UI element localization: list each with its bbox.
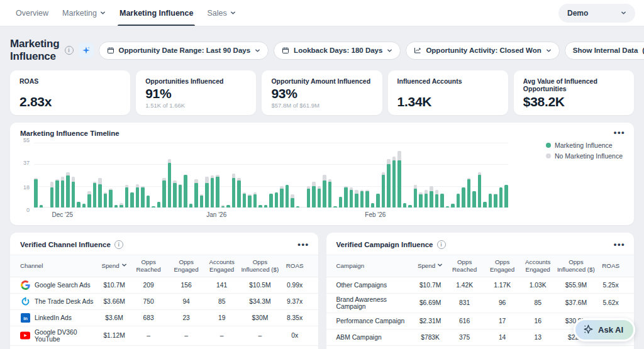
table-cell: 375 — [446, 331, 483, 343]
row-name-label: Brand Awareness Campaign — [336, 296, 414, 310]
table-cell: $10.5M — [238, 279, 282, 291]
filter-chip[interactable]: Show Internal Data(1)× — [565, 42, 644, 60]
ai-sparkle-icon[interactable] — [79, 43, 94, 58]
stacked-bar — [318, 143, 321, 208]
column-header-roas[interactable]: ROAS — [597, 259, 624, 273]
kpi-value: 1.34K — [397, 95, 499, 109]
row-name-cell: Google Search Ads — [20, 277, 99, 292]
stacked-bar — [87, 143, 91, 208]
row-name-cell: Google DV360 YouTube — [20, 326, 99, 345]
column-header-roas[interactable]: ROAS — [282, 259, 308, 273]
svg-text:in: in — [23, 315, 28, 321]
chevron-down-icon — [100, 10, 106, 16]
column-header-opps-influenced-[interactable]: Opps Influenced ($) — [238, 255, 282, 277]
column-header-campaign[interactable]: Campaign — [336, 259, 415, 273]
kpi-label: Opportunities Influenced — [145, 77, 247, 85]
chart-legend: Marketing InfluenceNo Marketing Influenc… — [546, 141, 623, 160]
stacked-bar — [360, 143, 364, 208]
column-header-label: Accounts Engaged — [523, 258, 553, 274]
stacked-bar — [414, 143, 418, 208]
column-header-label: Opps Engaged — [169, 258, 204, 274]
filter-chip[interactable]: Opportunity Activity: Closed Won — [406, 42, 559, 60]
info-icon[interactable]: i — [65, 46, 74, 55]
campaign-table-title: Verified Campaign Influence — [336, 241, 433, 248]
more-options-icon[interactable]: ••• — [614, 240, 625, 249]
stacked-bar — [82, 143, 86, 208]
column-header-spend[interactable]: Spend — [414, 259, 446, 273]
more-options-icon[interactable]: ••• — [297, 240, 309, 249]
nav-tab-sales[interactable]: Sales — [200, 0, 242, 26]
stacked-bar — [98, 143, 102, 208]
stacked-bar — [355, 143, 358, 208]
stacked-bar — [291, 143, 294, 208]
table-row: Google Search Ads$10.7M209156141$10.5M0.… — [10, 277, 318, 294]
table-cell: 23 — [167, 312, 206, 324]
column-header-spend[interactable]: Spend — [99, 259, 130, 273]
table-cell: 9.37x — [282, 296, 308, 307]
stacked-bar — [237, 143, 241, 208]
stacked-bar — [333, 143, 337, 208]
column-header-channel[interactable]: Channel — [20, 259, 99, 273]
filter-chip[interactable]: Opportunity Date Range: Last 90 Days — [99, 42, 269, 60]
column-header-label: Opps Influenced ($) — [240, 258, 280, 274]
info-icon[interactable]: i — [114, 240, 123, 249]
stacked-bar — [189, 143, 193, 208]
column-header-label: ROAS — [602, 262, 619, 270]
channel-table-title: Verified Channel Influence — [20, 241, 111, 248]
ai-sparkle-icon — [583, 324, 594, 336]
nav-tab-overview[interactable]: Overview — [9, 0, 55, 26]
stacked-bar — [136, 143, 140, 208]
filter-chip-label: Opportunity Date Range: Last 90 Days — [119, 47, 251, 54]
table-cell: 1.17K — [483, 279, 521, 291]
info-icon[interactable]: i — [437, 240, 446, 249]
column-header-accounts-engaged[interactable]: Accounts Engaged — [205, 255, 238, 277]
stacked-bar — [243, 143, 247, 208]
nav-tab-marketing-influence[interactable]: Marketing Influence — [113, 0, 200, 26]
kpi-subtext: $57.8M of $61.9M — [271, 102, 372, 109]
row-name-label: Google Search Ads — [35, 282, 91, 289]
stacked-bar — [280, 143, 284, 208]
filter-chip-label: Show Internal Data — [573, 47, 638, 54]
more-options-icon[interactable]: ••• — [614, 128, 625, 137]
table-cell: 16 — [521, 315, 555, 327]
legend-item[interactable]: No Marketing Influence — [546, 152, 623, 160]
stacked-bar — [34, 143, 38, 208]
nav-tab-label: Marketing — [62, 9, 97, 18]
stacked-bar — [104, 143, 108, 208]
account-selector[interactable]: Demo — [558, 4, 635, 23]
stacked-bar — [392, 143, 396, 208]
ask-ai-button[interactable]: Ask AI — [574, 318, 635, 341]
filter-chip-label: Lookback Days: 180 Days — [294, 47, 382, 54]
legend-item[interactable]: Marketing Influence — [546, 141, 623, 149]
column-header-opps-reached[interactable]: Opps Reached — [446, 255, 483, 277]
column-header-opps-engaged[interactable]: Opps Engaged — [167, 255, 206, 277]
kpi-value: 2.83x — [19, 95, 121, 109]
filter-chip-label: Opportunity Activity: Closed Won — [426, 47, 541, 54]
stacked-bar — [397, 143, 401, 208]
table-row: fFacebook Ads$851K––––0x — [10, 346, 318, 349]
filter-chip[interactable]: Lookback Days: 180 Days — [274, 42, 401, 60]
stacked-bar — [200, 143, 204, 208]
row-name-label: Other Campaigns — [336, 282, 387, 289]
table-row: Google DV360 YouTube$1.12M––––0x — [10, 326, 318, 346]
column-header-label: Opps Reached — [447, 258, 482, 274]
chart-x-axis-labels: Dec '25Jan '26Feb '26 — [34, 211, 508, 220]
kpi-card: ROAS2.83x — [10, 70, 130, 115]
stacked-bar — [296, 143, 300, 208]
stacked-bar — [307, 143, 311, 208]
column-header-opps-reached[interactable]: Opps Reached — [130, 255, 167, 277]
stacked-bar — [371, 143, 375, 208]
stacked-bar — [457, 143, 460, 208]
column-header-accounts-engaged[interactable]: Accounts Engaged — [521, 255, 555, 277]
chevron-down-icon — [546, 48, 552, 53]
column-header-opps-influenced-[interactable]: Opps Influenced ($) — [554, 255, 597, 277]
trend-icon — [414, 47, 421, 54]
stacked-bar — [253, 143, 257, 208]
y-axis-tick: 55 — [23, 137, 30, 143]
table-cell: 8.35x — [282, 312, 308, 324]
legend-label: Marketing Influence — [555, 141, 613, 149]
column-header-opps-engaged[interactable]: Opps Engaged — [483, 255, 521, 277]
nav-tab-marketing[interactable]: Marketing — [55, 0, 113, 26]
channel-influence-table: ChannelSpendOpps ReachedOpps EngagedAcco… — [10, 255, 318, 349]
sort-chevron-down-icon — [437, 262, 443, 270]
